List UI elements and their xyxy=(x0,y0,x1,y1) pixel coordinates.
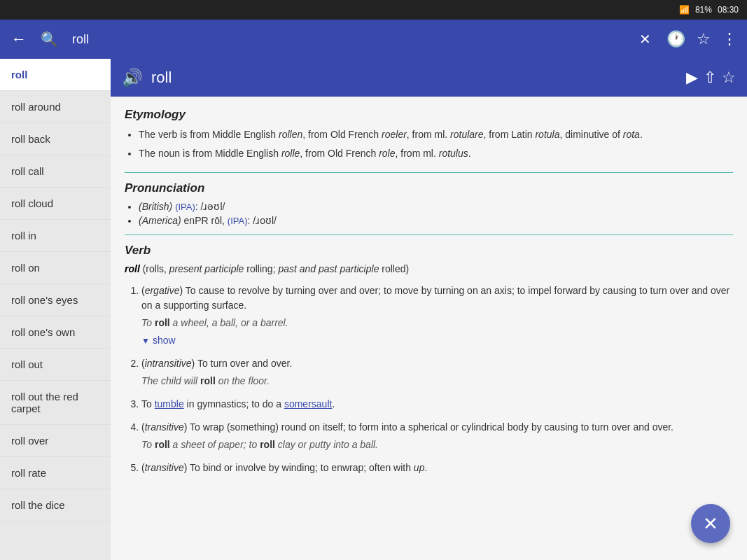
pron-british: (British) (IPA): /ɹəʊl/ xyxy=(139,201,733,212)
history-button[interactable]: 🕐 xyxy=(662,26,690,52)
share-button[interactable]: ⇧ xyxy=(704,69,716,87)
more-options-button[interactable]: ⋮ xyxy=(718,26,741,52)
def-item-2: (intransitive) To turn over and over. Th… xyxy=(141,356,733,388)
ipa-link-british[interactable]: (IPA) xyxy=(175,202,195,212)
wifi-icon: 📶 xyxy=(679,5,690,15)
main-layout: roll roll around roll back roll call rol… xyxy=(0,59,747,560)
verb-title: Verb xyxy=(125,244,733,258)
tumble-link[interactable]: tumble xyxy=(155,398,184,410)
sidebar-item-roll-rate[interactable]: roll rate xyxy=(0,457,111,489)
sidebar-item-roll-ones-own[interactable]: roll one's own xyxy=(0,316,111,349)
pronunciation-title: Pronunciation xyxy=(125,181,733,195)
verb-section: Verb roll (rolls, present participle rol… xyxy=(125,244,733,475)
time-text: 08:30 xyxy=(718,5,739,15)
def-item-4: (transitive) To wrap (something) round o… xyxy=(141,420,733,452)
def-item-3: To tumble in gymnastics; to do a somersa… xyxy=(141,397,733,412)
sidebar-item-roll-call[interactable]: roll call xyxy=(0,155,111,188)
sidebar-item-roll-around[interactable]: roll around xyxy=(0,91,111,123)
etymology-title: Etymology xyxy=(125,108,733,122)
verb-intro: roll (rolls, present participle rolling;… xyxy=(125,262,733,276)
example-1: To roll a wheel, a ball, or a barrel. xyxy=(141,316,733,330)
clear-button[interactable]: ✕ xyxy=(634,28,657,50)
sidebar-item-roll-out-red-carpet[interactable]: roll out the red carpet xyxy=(0,381,111,425)
show-toggle-1: ▼ show xyxy=(141,333,733,348)
search-icon: 🔍 xyxy=(38,28,61,50)
divider-1 xyxy=(125,172,733,173)
toolbar-actions: 🕐 ☆ ⋮ xyxy=(662,26,741,52)
etymology-section: Etymology The verb is from Middle Englis… xyxy=(125,108,733,161)
ipa-link-american[interactable]: (IPA) xyxy=(228,216,248,226)
favorite-button[interactable]: ☆ xyxy=(722,69,736,87)
pron-american: (America) enPR rōl, (IPA): /ɹoʊl/ xyxy=(139,215,733,226)
example-2: The child will roll on the floor. xyxy=(141,374,733,388)
sidebar-item-roll-on[interactable]: roll on xyxy=(0,252,111,284)
sidebar-item-roll-cloud[interactable]: roll cloud xyxy=(0,188,111,220)
sidebar-item-roll-out[interactable]: roll out xyxy=(0,349,111,381)
word-header-actions: ▶ ⇧ ☆ xyxy=(686,69,736,87)
definition-scroll[interactable]: Etymology The verb is from Middle Englis… xyxy=(111,97,747,560)
toolbar: ← 🔍 ✕ 🕐 ☆ ⋮ xyxy=(0,20,747,59)
word-header: 🔊 roll ▶ ⇧ ☆ xyxy=(111,59,747,97)
divider-2 xyxy=(125,234,733,235)
sidebar-item-roll-in[interactable]: roll in xyxy=(0,220,111,252)
back-button[interactable]: ← xyxy=(6,24,32,54)
show-triangle-icon: ▼ xyxy=(141,335,150,347)
word-title: roll xyxy=(151,69,678,87)
status-bar: 📶 81% 08:30 xyxy=(0,0,747,20)
bookmark-button[interactable]: ☆ xyxy=(692,26,715,52)
show-link-1[interactable]: show xyxy=(153,333,176,348)
search-input[interactable] xyxy=(67,29,628,50)
sidebar-item-roll-ones-eyes[interactable]: roll one's eyes xyxy=(0,284,111,316)
sidebar-item-roll-back[interactable]: roll back xyxy=(0,123,111,155)
etymology-line-2: The noun is from Middle English rolle, f… xyxy=(139,146,733,161)
play-button[interactable]: ▶ xyxy=(686,69,698,87)
sidebar: roll roll around roll back roll call rol… xyxy=(0,59,111,560)
speaker-button[interactable]: 🔊 xyxy=(122,68,143,88)
battery-text: 81% xyxy=(695,5,712,15)
sidebar-item-roll-the-dice[interactable]: roll the dice xyxy=(0,489,111,522)
def-item-5: (transitive) To bind or involve by windi… xyxy=(141,461,733,475)
example-4: To roll a sheet of paper; to roll clay o… xyxy=(141,438,733,452)
pronunciation-section: Pronunciation (British) (IPA): /ɹəʊl/ (A… xyxy=(125,181,733,226)
somersault-link[interactable]: somersault xyxy=(284,398,332,410)
fab-button[interactable]: ✕ xyxy=(691,504,730,543)
sidebar-item-roll[interactable]: roll xyxy=(0,59,111,91)
sidebar-item-roll-over[interactable]: roll over xyxy=(0,425,111,457)
def-item-1: (ergative) To cause to revolve by turnin… xyxy=(141,284,733,348)
definitions-list: (ergative) To cause to revolve by turnin… xyxy=(125,284,733,475)
content-area: 🔊 roll ▶ ⇧ ☆ Etymology The verb is from … xyxy=(111,59,747,560)
etymology-line-1: The verb is from Middle English rollen, … xyxy=(139,127,733,142)
